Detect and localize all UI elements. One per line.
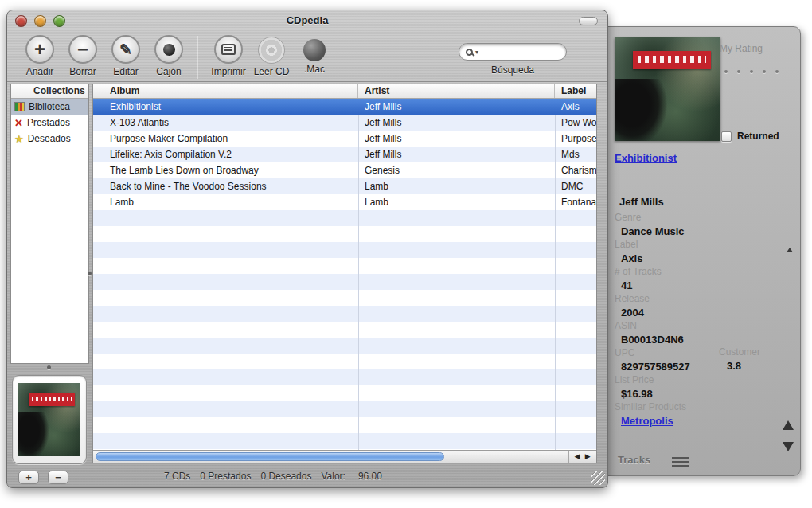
album-cover-dj-silhouette xyxy=(18,412,49,456)
sidebar-item-deseados[interactable]: ★ Deseados xyxy=(11,131,88,147)
scrollbar-thumb[interactable] xyxy=(96,452,444,461)
edit-button[interactable]: ✎ Editar xyxy=(104,35,147,77)
field-label-label: Label xyxy=(615,238,794,252)
field-label-release: Release xyxy=(615,292,794,306)
field-label-asin: ASIN xyxy=(615,319,794,333)
similar-product-link[interactable]: Metropolis xyxy=(615,414,794,428)
dotmac-button[interactable]: .Mac xyxy=(293,35,336,75)
chevron-down-icon[interactable]: ▾ xyxy=(475,49,478,56)
column-header-label[interactable]: Label xyxy=(555,84,596,98)
drawer-artist-name: Jeff Mills xyxy=(619,196,664,208)
minimize-button[interactable] xyxy=(34,15,46,27)
status-valor-value: 96.00 xyxy=(358,471,382,482)
drawer-toggle-button[interactable]: Cajón xyxy=(147,35,190,77)
tracks-list-icon[interactable] xyxy=(672,457,689,467)
add-button[interactable]: + Añadir xyxy=(18,35,61,77)
album-cover-image xyxy=(615,37,720,141)
table-row[interactable]: Lamb Lamb Fontana xyxy=(93,194,596,210)
search-label: Búsqueda xyxy=(459,64,567,76)
table-row[interactable]: Back to Mine - The Voodoo Sessions Lamb … xyxy=(93,178,596,194)
toolbar-toggle-pill[interactable] xyxy=(579,17,598,25)
printer-icon xyxy=(221,44,236,55)
window-title: CDpedia xyxy=(7,10,607,30)
read-cd-button[interactable]: Leer CD xyxy=(250,35,293,77)
table-row[interactable]: X-103 Atlantis Jeff Mills Pow Wow xyxy=(93,115,596,131)
album-title-link[interactable]: Exhibitionist xyxy=(615,152,677,164)
print-button[interactable]: Imprimir xyxy=(207,35,250,77)
column-header-artist[interactable]: Artist xyxy=(358,84,555,98)
rating-dot[interactable] xyxy=(737,70,740,73)
column-header-album[interactable]: Album xyxy=(103,84,358,98)
delete-button[interactable]: − Borrar xyxy=(61,35,104,77)
cover-preview-well xyxy=(12,375,87,464)
drawer-scroll-down-icon[interactable] xyxy=(783,442,794,451)
rating-dot[interactable] xyxy=(724,70,728,73)
rating-dots[interactable] xyxy=(724,70,779,73)
search-area: ▾ Búsqueda xyxy=(459,43,567,76)
scrollbar-steppers: ◀ ▶ xyxy=(568,451,595,463)
collections-sidebar: Collections Biblioteca ✕ Prestados ★ Des… xyxy=(10,84,89,364)
search-field[interactable]: ▾ xyxy=(459,43,567,61)
album-cover-red-banner xyxy=(29,393,75,406)
tracks-section-label: Tracks xyxy=(618,454,650,466)
field-value-release: 2004 xyxy=(615,306,794,319)
main-window: CDpedia + Añadir − Borrar ✎ Editar Cajón xyxy=(6,10,608,488)
library-icon xyxy=(14,102,25,111)
field-value-label: Axis xyxy=(615,252,794,265)
horizontal-scrollbar[interactable]: ◀ ▶ xyxy=(93,450,596,463)
table-row[interactable]: Exhibitionist Jeff Mills Axis xyxy=(93,99,596,115)
title-bar[interactable]: CDpedia xyxy=(7,10,607,31)
rating-dot[interactable] xyxy=(775,70,779,73)
status-bar: 7 CDs 0 Prestados 0 Deseados Valor: 96.0… xyxy=(164,471,392,482)
table-row[interactable]: Purpose Maker Compilation Jeff Mills Pur… xyxy=(93,131,596,147)
add-collection-button[interactable]: + xyxy=(18,471,39,484)
cd-disc-icon xyxy=(258,37,285,64)
returned-label: Returned xyxy=(737,131,779,142)
pencil-icon: ✎ xyxy=(119,42,132,57)
star-icon: ★ xyxy=(14,134,24,144)
table-header: Album Artist Label xyxy=(93,84,596,99)
table-row[interactable]: Lifelike: Axis Compilation V.2 Jeff Mill… xyxy=(93,147,596,162)
customer-rating-label: Customer xyxy=(719,346,760,358)
resize-grip[interactable] xyxy=(591,471,605,485)
field-label-list-price: List Price xyxy=(615,373,794,387)
my-rating-label: My Rating xyxy=(720,43,763,54)
status-cd-count: 7 CDs xyxy=(164,471,190,482)
search-input[interactable] xyxy=(481,46,560,57)
rating-dot[interactable] xyxy=(763,70,766,73)
status-deseados-count: 0 Deseados xyxy=(260,471,311,482)
drawer-scroll-up-icon[interactable] xyxy=(783,420,794,430)
scroll-left-icon[interactable]: ◀ xyxy=(574,453,580,460)
field-label-tracks-count: # of Tracks xyxy=(615,265,794,279)
table-header-spacer xyxy=(93,84,103,98)
sidebar-item-biblioteca[interactable]: Biblioteca xyxy=(11,99,88,115)
collections-header: Collections xyxy=(11,84,88,99)
sidebar-splitter-handle[interactable] xyxy=(88,272,92,275)
red-x-icon: ✕ xyxy=(14,118,23,128)
field-label-upc: UPC xyxy=(615,346,794,360)
field-value-asin: B00013D4N6 xyxy=(615,333,794,346)
close-button[interactable] xyxy=(15,15,27,27)
toolbar: + Añadir − Borrar ✎ Editar Cajón Imprimi… xyxy=(7,31,607,82)
field-value-upc: 829757589527 xyxy=(615,360,794,373)
customer-rating-value: 3.8 xyxy=(727,360,741,372)
zoom-button[interactable] xyxy=(53,15,65,27)
rating-dot[interactable] xyxy=(750,70,753,73)
sidebar-item-prestados[interactable]: ✕ Prestados xyxy=(11,115,88,131)
sidebar-item-label: Prestados xyxy=(27,117,70,128)
mac-sphere-icon xyxy=(303,39,326,61)
returned-checkbox[interactable] xyxy=(721,131,732,142)
remove-collection-button[interactable]: − xyxy=(48,471,68,484)
drawer-scroll-marker-icon xyxy=(787,248,793,252)
table-row[interactable]: The Lamb Lies Down on Broadway Genesis C… xyxy=(93,162,596,178)
similar-products-label: Similiar Products xyxy=(615,401,794,414)
album-cover-thumbnail xyxy=(18,383,80,456)
scroll-right-icon[interactable]: ▶ xyxy=(585,453,591,460)
sidebar-bottom-splitter-handle[interactable] xyxy=(47,365,51,369)
field-value-tracks-count: 41 xyxy=(615,279,794,292)
table-body: Exhibitionist Jeff Mills Axis X-103 Atla… xyxy=(93,99,596,450)
info-drawer: My Rating Returned Exhibitionist Jeff Mi… xyxy=(607,26,801,476)
sidebar-item-label: Deseados xyxy=(28,133,71,144)
status-prestados-count: 0 Prestados xyxy=(200,471,251,482)
search-icon xyxy=(466,49,473,56)
